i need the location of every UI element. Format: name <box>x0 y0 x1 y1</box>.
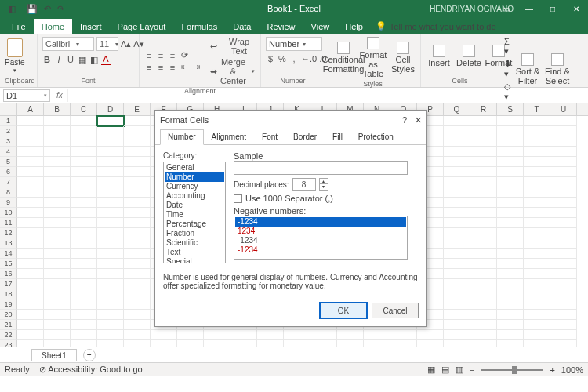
cell[interactable] <box>524 126 550 136</box>
col-header[interactable]: Q <box>444 103 470 115</box>
cell[interactable] <box>17 147 44 157</box>
cell[interactable] <box>550 136 577 147</box>
cell[interactable] <box>97 238 124 249</box>
cell[interactable] <box>44 177 71 187</box>
cell[interactable] <box>44 157 71 167</box>
cell[interactable] <box>44 259 71 269</box>
cell[interactable] <box>17 310 44 320</box>
cell[interactable] <box>44 208 71 218</box>
cell[interactable] <box>524 320 550 330</box>
close-icon[interactable]: ✕ <box>415 115 422 125</box>
category-item[interactable]: Fraction <box>165 229 224 238</box>
cell[interactable] <box>71 289 97 299</box>
cell[interactable] <box>97 249 124 259</box>
cell-styles-button[interactable]: Cell Styles <box>390 42 416 74</box>
row-header[interactable]: 20 <box>0 310 17 320</box>
cell[interactable] <box>497 299 524 310</box>
cell[interactable] <box>124 208 151 218</box>
cell[interactable] <box>444 177 470 187</box>
cell[interactable] <box>44 126 71 136</box>
cell[interactable] <box>524 330 550 340</box>
cell[interactable] <box>177 330 204 340</box>
cell[interactable] <box>44 279 71 289</box>
col-header[interactable]: A <box>17 103 44 115</box>
cell[interactable] <box>524 136 550 147</box>
cell[interactable] <box>17 136 44 147</box>
format-as-table-button[interactable]: Format as Table <box>360 37 387 78</box>
cell[interactable] <box>524 249 550 259</box>
cell[interactable] <box>17 320 44 330</box>
cell[interactable] <box>17 177 44 187</box>
cell[interactable] <box>71 126 97 136</box>
bold-button[interactable]: B <box>42 55 52 64</box>
row-header[interactable]: 21 <box>0 320 17 330</box>
tab-file[interactable]: File <box>4 19 34 34</box>
cell[interactable] <box>17 218 44 228</box>
cell[interactable] <box>444 157 470 167</box>
cell[interactable] <box>497 228 524 238</box>
cell[interactable] <box>550 289 577 299</box>
cell[interactable] <box>497 218 524 228</box>
tab-view[interactable]: View <box>303 19 338 34</box>
autosum-icon[interactable]: Σ ▾ <box>504 37 511 56</box>
cell[interactable] <box>550 177 577 187</box>
cell[interactable] <box>524 269 550 279</box>
negative-option[interactable]: 1234 <box>235 227 406 236</box>
cell[interactable] <box>124 177 151 187</box>
row-header[interactable]: 23 <box>0 340 17 347</box>
cell[interactable] <box>44 228 71 238</box>
cell[interactable] <box>550 310 577 320</box>
indent-dec-icon[interactable]: ⇤ <box>180 62 189 72</box>
row-header[interactable]: 16 <box>0 269 17 279</box>
cancel-button[interactable]: Cancel <box>372 303 419 318</box>
align-left-icon[interactable]: ≡ <box>144 63 154 72</box>
category-item[interactable]: Percentage <box>165 220 224 229</box>
category-item[interactable]: Number <box>165 172 224 182</box>
cell[interactable] <box>124 289 151 299</box>
cell[interactable] <box>417 330 444 340</box>
comma-icon[interactable]: , <box>289 54 299 64</box>
cell[interactable] <box>497 198 524 208</box>
cell[interactable] <box>497 340 524 347</box>
font-name-combo[interactable]: Calibri▾ <box>42 37 94 51</box>
cell[interactable] <box>124 218 151 228</box>
cell[interactable] <box>97 208 124 218</box>
cell[interactable] <box>71 187 97 198</box>
cell[interactable] <box>284 330 310 340</box>
cell[interactable] <box>17 116 44 126</box>
cell[interactable] <box>124 320 151 330</box>
cell[interactable] <box>497 289 524 299</box>
cell[interactable] <box>124 279 151 289</box>
cell[interactable] <box>124 259 151 269</box>
cell[interactable] <box>71 269 97 279</box>
cell[interactable] <box>17 279 44 289</box>
view-page-icon[interactable]: ▤ <box>441 365 449 375</box>
tell-me[interactable]: 💡Tell me what you want to do <box>371 18 501 34</box>
cell[interactable] <box>524 259 550 269</box>
font-color-button[interactable]: A <box>101 54 111 65</box>
cell[interactable] <box>470 259 497 269</box>
dialog-tab-alignment[interactable]: Alignment <box>204 129 254 144</box>
cell[interactable] <box>550 198 577 208</box>
redo-icon[interactable]: ↷ <box>57 4 64 14</box>
cell[interactable] <box>71 157 97 167</box>
category-item[interactable]: General <box>165 163 224 172</box>
cell[interactable] <box>524 147 550 157</box>
cell[interactable] <box>390 330 417 340</box>
category-item[interactable]: Time <box>165 210 224 220</box>
cell[interactable] <box>497 238 524 249</box>
cell[interactable] <box>444 279 470 289</box>
cell[interactable] <box>124 238 151 249</box>
cell[interactable] <box>124 147 151 157</box>
select-all-corner[interactable] <box>0 103 17 115</box>
col-header[interactable]: E <box>124 103 151 115</box>
cell[interactable] <box>524 208 550 218</box>
dialog-tab-font[interactable]: Font <box>254 129 285 144</box>
cell[interactable] <box>97 269 124 279</box>
cell[interactable] <box>444 330 470 340</box>
row-header[interactable]: 15 <box>0 259 17 269</box>
cell[interactable] <box>124 126 151 136</box>
cell[interactable] <box>17 187 44 198</box>
find-select-button[interactable]: Find & Select <box>544 53 571 85</box>
negative-option[interactable]: -1234 <box>235 245 406 255</box>
